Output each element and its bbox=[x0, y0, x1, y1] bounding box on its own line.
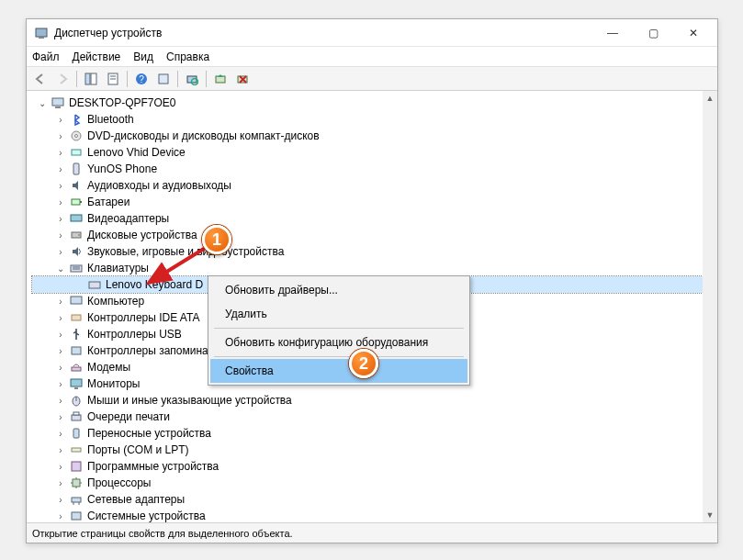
cat-label: Порты (COM и LPT) bbox=[87, 443, 189, 456]
cat-label: Аудиовходы и аудиовыходы bbox=[87, 179, 231, 192]
expander-icon[interactable]: › bbox=[54, 410, 67, 423]
forward-button[interactable] bbox=[52, 69, 73, 89]
processor-icon bbox=[69, 476, 84, 490]
vertical-scrollbar[interactable]: ▲ ▼ bbox=[703, 91, 717, 522]
port-icon bbox=[69, 442, 84, 457]
category-node[interactable]: ›Аудиовходы и аудиовыходы bbox=[32, 177, 712, 194]
svg-rect-36 bbox=[74, 387, 78, 389]
expander-icon[interactable]: › bbox=[54, 146, 67, 159]
back-button[interactable] bbox=[30, 69, 51, 89]
category-node[interactable]: ›Bluetooth bbox=[32, 111, 712, 128]
category-node[interactable]: ›Сетевые адаптеры bbox=[32, 491, 712, 508]
modem-icon bbox=[69, 360, 84, 375]
cat-label: DVD-дисководы и дисководы компакт-дисков bbox=[87, 129, 320, 142]
show-hide-console-button[interactable] bbox=[81, 69, 101, 89]
ctx-properties[interactable]: Свойства bbox=[210, 359, 467, 383]
svg-rect-16 bbox=[52, 98, 63, 106]
properties-button[interactable] bbox=[103, 69, 123, 89]
category-node-keyboards[interactable]: ⌄Клавиатуры bbox=[32, 260, 712, 276]
cat-label: Bluetooth bbox=[87, 113, 134, 126]
svg-rect-0 bbox=[36, 28, 47, 37]
expander-icon[interactable]: › bbox=[54, 344, 67, 357]
minimize-button[interactable]: — bbox=[592, 20, 633, 46]
svg-rect-39 bbox=[72, 415, 81, 420]
expander-icon[interactable]: › bbox=[54, 295, 67, 308]
menu-view[interactable]: Вид bbox=[133, 50, 153, 63]
expander-icon[interactable]: › bbox=[54, 361, 67, 374]
category-node[interactable]: ›YunOS Phone bbox=[32, 161, 712, 177]
cat-label: Мыши и иные указывающие устройства bbox=[87, 394, 292, 407]
expander-icon[interactable]: › bbox=[54, 460, 67, 473]
category-node[interactable]: ›Переносные устройства bbox=[32, 425, 712, 442]
expander-icon[interactable]: › bbox=[54, 394, 67, 407]
help-button[interactable]: ? bbox=[131, 69, 152, 89]
update-driver-button[interactable] bbox=[210, 69, 231, 89]
software-device-icon bbox=[69, 459, 84, 474]
titlebar: Диспетчер устройств — ▢ ✕ bbox=[27, 19, 717, 47]
expander-icon[interactable]: › bbox=[54, 427, 67, 440]
ctx-update-drivers[interactable]: Обновить драйверы... bbox=[210, 278, 467, 302]
category-node[interactable]: ›Очереди печати bbox=[32, 409, 712, 425]
category-node[interactable]: ›Программные устройства bbox=[32, 458, 712, 475]
expander-icon[interactable]: › bbox=[54, 311, 67, 324]
expander-icon[interactable]: › bbox=[54, 493, 67, 506]
svg-rect-20 bbox=[72, 150, 81, 155]
svg-rect-31 bbox=[71, 297, 82, 304]
category-node[interactable]: ›Lenovo Vhid Device bbox=[32, 144, 712, 161]
svg-rect-33 bbox=[72, 347, 81, 354]
cat-label: Программные устройства bbox=[87, 460, 219, 473]
svg-rect-24 bbox=[71, 215, 82, 221]
hid-icon bbox=[69, 145, 84, 160]
cat-label: YunOS Phone bbox=[87, 162, 157, 175]
expander-icon[interactable]: › bbox=[54, 129, 67, 142]
expander-icon[interactable]: › bbox=[54, 510, 67, 522]
action-button-1[interactable] bbox=[153, 69, 174, 89]
expander-icon[interactable]: › bbox=[54, 476, 67, 489]
maximize-icon: ▢ bbox=[648, 27, 659, 39]
category-node[interactable]: ›Мыши и иные указывающие устройства bbox=[32, 392, 712, 409]
svg-rect-2 bbox=[85, 73, 90, 84]
category-node[interactable]: ›Дисковые устройства bbox=[32, 227, 712, 243]
category-node[interactable]: ›Порты (COM и LPT) bbox=[32, 442, 712, 458]
expander-icon[interactable]: › bbox=[54, 162, 67, 175]
print-queue-icon bbox=[69, 409, 84, 424]
scan-hardware-button[interactable] bbox=[182, 69, 202, 89]
menu-file[interactable]: Файл bbox=[32, 50, 60, 63]
category-node[interactable]: ›Процессоры bbox=[32, 475, 712, 491]
expander-icon[interactable]: › bbox=[54, 212, 67, 225]
category-node[interactable]: ›Звуковые, игровые и видеоустройства bbox=[32, 243, 712, 260]
expander-icon[interactable]: › bbox=[54, 443, 67, 456]
scroll-down-button[interactable]: ▼ bbox=[703, 508, 717, 522]
expander-icon[interactable]: ⌄ bbox=[54, 262, 67, 274]
svg-rect-17 bbox=[55, 106, 61, 108]
expander-icon[interactable]: › bbox=[54, 179, 67, 192]
scroll-track[interactable] bbox=[703, 106, 717, 508]
category-node[interactable]: ›DVD-дисководы и дисководы компакт-диско… bbox=[32, 128, 712, 144]
bluetooth-icon bbox=[69, 112, 84, 127]
category-node[interactable]: ›Батареи bbox=[32, 194, 712, 210]
category-node[interactable]: ›Видеоадаптеры bbox=[32, 210, 712, 227]
expander-icon[interactable]: › bbox=[54, 245, 67, 258]
uninstall-device-button[interactable] bbox=[232, 69, 253, 89]
disk-icon bbox=[69, 228, 84, 242]
root-node[interactable]: ⌄ DESKTOP-QPF7OE0 bbox=[32, 95, 712, 111]
ctx-uninstall[interactable]: Удалить bbox=[210, 302, 467, 326]
context-menu: Обновить драйверы... Удалить Обновить ко… bbox=[208, 275, 470, 386]
expander-icon[interactable]: ⌄ bbox=[36, 96, 49, 109]
menu-help[interactable]: Справка bbox=[166, 50, 209, 63]
svg-rect-21 bbox=[73, 163, 79, 174]
expander-icon[interactable]: › bbox=[54, 196, 67, 208]
expander-icon[interactable]: › bbox=[54, 229, 67, 241]
ctx-separator bbox=[214, 328, 464, 329]
maximize-button[interactable]: ▢ bbox=[633, 20, 673, 46]
expander-icon[interactable]: › bbox=[54, 377, 67, 390]
menu-action[interactable]: Действие bbox=[73, 50, 121, 63]
ctx-scan-hardware[interactable]: Обновить конфигурацию оборудования bbox=[210, 330, 467, 354]
close-button[interactable]: ✕ bbox=[673, 20, 714, 46]
expander-icon[interactable]: › bbox=[54, 328, 67, 341]
annotation-callout-1: 1 bbox=[202, 225, 231, 254]
expander-icon[interactable]: › bbox=[54, 113, 67, 126]
svg-rect-23 bbox=[80, 201, 82, 203]
category-node[interactable]: ›Системные устройства bbox=[32, 508, 712, 522]
scroll-up-button[interactable]: ▲ bbox=[703, 91, 717, 106]
